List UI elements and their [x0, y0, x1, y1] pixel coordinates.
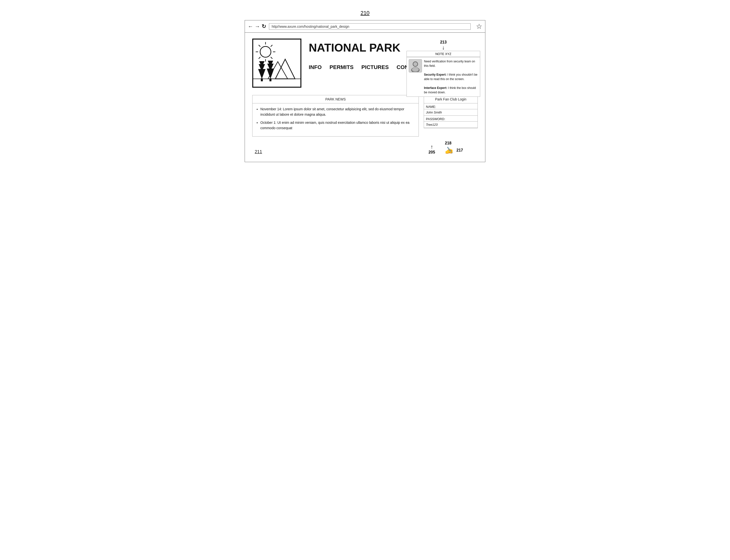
- nav-icons: ← → ↻: [248, 23, 266, 30]
- name-label: NAME:: [424, 103, 477, 109]
- browser-bar: ← → ↻ ☆: [245, 20, 485, 33]
- forward-button[interactable]: →: [255, 23, 260, 30]
- arrow-up-205-icon: ↑: [430, 144, 433, 150]
- address-bar[interactable]: [269, 23, 471, 30]
- main-content: 213 ↓ NOTE XYZ Need verification from se…: [245, 33, 485, 162]
- annotation-205: ↑ 205: [429, 144, 435, 154]
- note-avatar: [409, 59, 422, 72]
- browser-window: ← → ↻ ☆ 213 ↓ NOTE XYZ: [245, 20, 485, 162]
- name-value[interactable]: John Smith: [424, 109, 477, 116]
- arrow-217-label: 217: [456, 148, 463, 153]
- star-icon[interactable]: ☆: [476, 22, 482, 30]
- news-item-1: November 14: Lorem ipsum dolor sit amet,…: [260, 106, 415, 117]
- nav-item-info[interactable]: INFO: [309, 64, 322, 70]
- svg-point-3: [412, 68, 419, 71]
- note-label: NOTE XYZ: [407, 51, 480, 57]
- arrow-218-label: 218: [445, 141, 451, 145]
- password-value[interactable]: Tree123: [424, 122, 477, 128]
- note-number: 213: [407, 40, 480, 44]
- news-list: November 14: Lorem ipsum dolor sit amet,…: [253, 103, 419, 136]
- news-item-2: October 1: Ut enim ad minim veniam, quis…: [260, 120, 415, 131]
- nav-item-pictures[interactable]: PICTURES: [361, 64, 389, 70]
- login-box: Park Fan Club Login NAME: John Smith PAS…: [424, 95, 478, 128]
- body-row: PARK NEWS November 14: Lorem ipsum dolor…: [252, 95, 478, 137]
- annotation-217-218: 218 ✍ 217: [445, 141, 463, 154]
- note-callout: 213 ↓ NOTE XYZ Need verification from se…: [407, 40, 480, 97]
- annotations-row: 211 ↑ 205 218 ✍ 217: [252, 141, 478, 154]
- svg-point-2: [413, 62, 417, 66]
- bottom-link[interactable]: 211: [255, 149, 262, 154]
- note-arrow-down-icon: ↓: [407, 45, 480, 50]
- note-text: Need verification from security team on …: [424, 59, 478, 95]
- news-box: PARK NEWS November 14: Lorem ipsum dolor…: [252, 95, 419, 137]
- back-button[interactable]: ←: [248, 23, 253, 30]
- nav-item-permits[interactable]: PERMITS: [330, 64, 354, 70]
- arrow-205-label: 205: [429, 150, 435, 154]
- password-label: PASSWORD:: [424, 116, 477, 122]
- refresh-button[interactable]: ↻: [262, 23, 266, 30]
- hand-icon-217: ✍: [445, 146, 453, 154]
- park-image: [252, 39, 301, 88]
- page-label: 210: [361, 10, 370, 16]
- news-header: PARK NEWS: [253, 95, 419, 103]
- note-box: Need verification from security team on …: [407, 57, 480, 97]
